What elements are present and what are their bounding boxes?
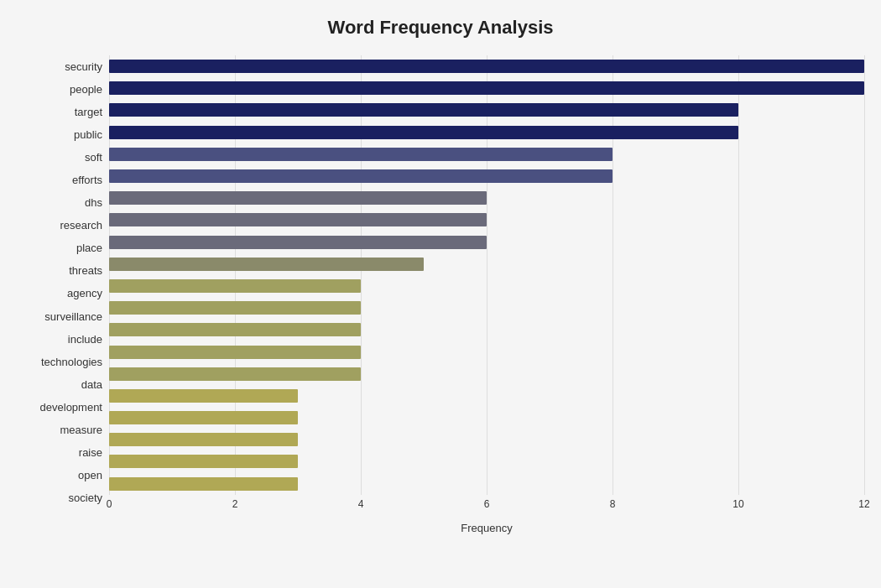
bar bbox=[109, 236, 487, 249]
x-tick: 12 bbox=[858, 498, 869, 510]
bar-row bbox=[109, 256, 864, 273]
bar-row bbox=[109, 453, 864, 470]
bars-list bbox=[109, 55, 864, 495]
y-label: research bbox=[60, 220, 102, 231]
bar-row bbox=[109, 366, 864, 382]
chart-container: Word Frequency Analysis securitypeopleta… bbox=[0, 0, 881, 588]
y-labels: securitypeopletargetpublicsofteffortsdhs… bbox=[17, 55, 109, 534]
bar bbox=[109, 81, 864, 95]
y-label: people bbox=[70, 84, 102, 95]
y-label: open bbox=[78, 470, 102, 481]
bars-and-x: 024681012 Frequency bbox=[109, 55, 864, 534]
bar-row bbox=[109, 299, 864, 316]
bar-row bbox=[109, 278, 864, 294]
bar bbox=[109, 301, 361, 315]
bar-row bbox=[109, 476, 864, 492]
chart-title: Word Frequency Analysis bbox=[17, 17, 864, 39]
y-label: target bbox=[75, 107, 102, 117]
x-axis-title: Frequency bbox=[109, 522, 864, 534]
bar-row bbox=[109, 409, 864, 426]
x-tick: 2 bbox=[232, 498, 238, 510]
y-label: data bbox=[81, 379, 102, 390]
chart-area: securitypeopletargetpublicsofteffortsdhs… bbox=[17, 55, 864, 534]
bar-row bbox=[109, 388, 864, 404]
y-label: raise bbox=[79, 447, 102, 458]
y-label: include bbox=[68, 334, 102, 345]
bar-row bbox=[109, 146, 864, 163]
y-label: measure bbox=[60, 424, 102, 435]
y-label: dhs bbox=[85, 197, 102, 208]
bar bbox=[109, 433, 298, 446]
y-label: technologies bbox=[41, 356, 102, 367]
y-label: public bbox=[74, 129, 102, 140]
x-axis: 024681012 bbox=[109, 495, 864, 520]
y-label: security bbox=[65, 61, 102, 72]
bar bbox=[109, 103, 738, 117]
y-label: surveillance bbox=[44, 311, 102, 322]
bar bbox=[109, 477, 298, 491]
bar-row bbox=[109, 124, 864, 141]
bar-row bbox=[109, 58, 864, 75]
bar-row bbox=[109, 431, 864, 448]
bar-row bbox=[109, 190, 864, 206]
x-tick: 4 bbox=[358, 498, 364, 510]
bar bbox=[109, 346, 361, 359]
grid-line bbox=[864, 55, 865, 495]
y-label: development bbox=[40, 402, 102, 413]
bar-row bbox=[109, 234, 864, 251]
x-tick: 10 bbox=[732, 498, 743, 510]
bars-area bbox=[109, 55, 864, 495]
x-tick: 0 bbox=[107, 498, 112, 510]
bar bbox=[109, 191, 487, 205]
bar bbox=[109, 148, 613, 161]
bar-row bbox=[109, 321, 864, 338]
bar-row bbox=[109, 211, 864, 228]
bar bbox=[109, 60, 864, 73]
bar bbox=[109, 455, 298, 468]
bar-row bbox=[109, 80, 864, 96]
y-label: agency bbox=[67, 288, 102, 299]
bar bbox=[109, 411, 298, 424]
x-tick: 6 bbox=[484, 498, 490, 510]
bar-row bbox=[109, 168, 864, 185]
y-label: threats bbox=[69, 265, 102, 276]
bar-row bbox=[109, 101, 864, 118]
x-tick: 8 bbox=[610, 498, 616, 510]
bar bbox=[109, 389, 298, 403]
bar bbox=[109, 213, 487, 226]
bar bbox=[109, 279, 361, 293]
y-label: society bbox=[69, 492, 102, 503]
bar bbox=[109, 169, 613, 183]
y-label: efforts bbox=[72, 174, 102, 185]
bar bbox=[109, 258, 424, 271]
bar bbox=[109, 367, 361, 381]
y-label: soft bbox=[85, 152, 102, 163]
y-label: place bbox=[76, 242, 102, 253]
bar-row bbox=[109, 344, 864, 361]
bar bbox=[109, 126, 738, 139]
bar bbox=[109, 323, 361, 336]
